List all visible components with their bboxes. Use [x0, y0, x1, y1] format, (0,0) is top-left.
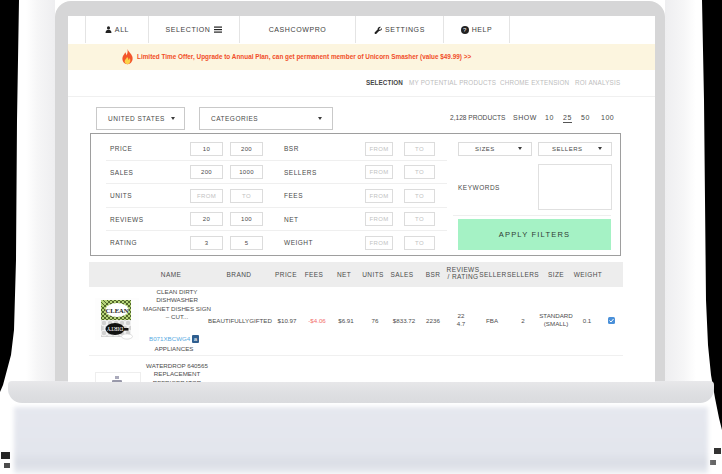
svg-text:DIRTY: DIRTY — [107, 326, 124, 332]
svg-text:?: ? — [463, 27, 467, 33]
svg-text:CLEAN: CLEAN — [106, 307, 129, 314]
